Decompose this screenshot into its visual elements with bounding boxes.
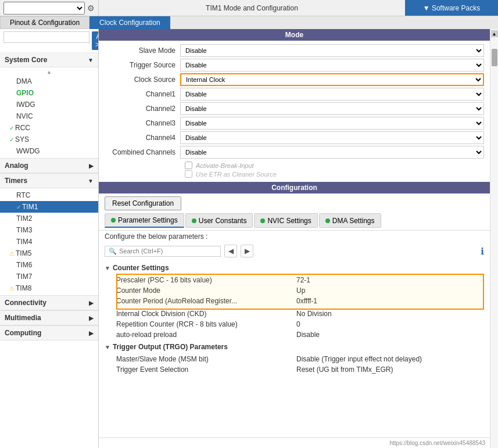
search-box[interactable]: 🔍 (105, 246, 221, 257)
search-input[interactable] (119, 248, 200, 255)
combined-channels-select[interactable]: Disable (180, 146, 484, 159)
channel3-select[interactable]: Disable (180, 117, 484, 130)
param-row-rcr: Repetition Counter (RCR - 8 bits value) … (116, 319, 484, 329)
sidebar-section-connectivity: Connectivity ▶ (0, 295, 98, 310)
check-icon-rcc: ✓ (9, 125, 14, 131)
sidebar-item-tim2[interactable]: TIM2 (0, 213, 98, 224)
chevron-down-icon: ▼ (88, 57, 94, 63)
param-row-ckd: Internal Clock Division (CKD) No Divisio… (116, 309, 484, 319)
sidebar-section-timers: Timers ▼ RTC ✓ TIM1 TIM2 TIM3 TIM4 (0, 173, 98, 295)
channel3-label: Channel3 (105, 119, 180, 127)
sidebar-item-nvic[interactable]: NVIC (0, 110, 98, 122)
config-section-header: Configuration (99, 182, 490, 193)
next-arrow[interactable]: ▶ (241, 245, 253, 257)
trigger-source-label: Trigger Source (105, 61, 180, 69)
chevron-right-icon-multimedia: ▶ (89, 315, 94, 321)
sidebar-search-input[interactable] (3, 31, 89, 43)
check-icon-tim1: ✓ (16, 204, 21, 210)
tab-parameter-settings[interactable]: Parameter Settings (105, 213, 184, 228)
sidebar-item-sys[interactable]: ✓ SYS (0, 134, 98, 145)
slave-mode-select[interactable]: Disable (180, 44, 484, 57)
sidebar-item-iwdg[interactable]: IWDG (0, 99, 98, 110)
sidebar-section-header-computing[interactable]: Computing ▶ (0, 325, 98, 341)
right-scrollbar[interactable]: ▲ (490, 29, 498, 448)
tab-user-constants[interactable]: User Constants (185, 213, 253, 228)
param-name-counter-period: Counter Period (AutoReload Register... (116, 297, 296, 305)
sidebar-section-header-analog[interactable]: Analog ▶ (0, 158, 98, 173)
sidebar-item-tim7[interactable]: TIM7 (0, 271, 98, 282)
sidebar-item-wwdg[interactable]: WWDG (0, 145, 98, 157)
config-section: Configuration Reset Configuration Parame… (99, 182, 490, 438)
chevron-right-icon-analog: ▶ (89, 163, 94, 169)
mode-section-header: Mode (99, 29, 490, 41)
trigger-output-title: Trigger Output (TRGO) Parameters (113, 343, 228, 351)
channel1-label: Channel1 (105, 90, 180, 98)
az-button[interactable]: A->Z (92, 31, 99, 50)
trigger-source-select[interactable]: Disable (180, 59, 484, 71)
channel4-label: Channel4 (105, 134, 180, 142)
reset-config-button[interactable]: Reset Configuration (105, 196, 181, 210)
param-name-autoreload: auto-reload preload (116, 331, 296, 339)
prev-arrow[interactable]: ◀ (224, 245, 237, 257)
tab-pinout[interactable]: Pinout & Configuration (0, 16, 89, 29)
sidebar-item-tim6[interactable]: TIM6 (0, 259, 98, 271)
content-area: Mode Slave Mode Disable Trigger Source D… (99, 29, 490, 448)
combined-channels-label: Combined Channels (105, 148, 180, 156)
tab-clock[interactable]: Clock Configuration (89, 16, 170, 29)
sidebar-dropdown[interactable] (3, 2, 85, 15)
configure-text: Configure the below parameters : (105, 232, 207, 241)
channel1-select[interactable]: Disable (180, 88, 484, 101)
sidebar-section-header-multimedia[interactable]: Multimedia ▶ (0, 310, 98, 325)
slave-mode-label: Slave Mode (105, 46, 180, 55)
counter-settings-title: Counter Settings (113, 264, 169, 272)
clock-source-label: Clock Source (105, 76, 180, 84)
param-value-msm: Disable (Trigger input effect not delaye… (296, 355, 422, 363)
sidebar-section-computing: Computing ▶ (0, 325, 98, 341)
channel2-select[interactable]: Disable (180, 102, 484, 115)
mode-section: Mode Slave Mode Disable Trigger Source D… (99, 29, 490, 182)
tab-nvic-settings[interactable]: NVIC Settings (254, 213, 317, 228)
trigger-output-toggle[interactable]: ▼ (105, 344, 110, 350)
use-etr-checkbox[interactable] (185, 170, 192, 178)
sidebar-item-tim1[interactable]: ✓ TIM1 (0, 201, 98, 213)
param-name-ckd: Internal Clock Division (CKD) (116, 310, 296, 318)
sidebar-section-system-core: System Core ▼ ▲ DMA GPIO IWDG NVIC ✓ (0, 53, 98, 158)
activate-break-checkbox[interactable] (185, 162, 192, 169)
sidebar-item-tim4[interactable]: TIM4 (0, 236, 98, 248)
sidebar-item-tim5[interactable]: ⚠ TIM5 (0, 248, 98, 259)
sidebar-scroll-up: ▲ (0, 69, 98, 76)
param-name-counter-mode: Counter Mode (116, 286, 296, 295)
software-packs-btn[interactable]: ▼ Software Packs (405, 0, 498, 16)
param-row-trigger-event: Trigger Event Selection Reset (UG bit fr… (116, 364, 484, 375)
sidebar-section-header-connectivity[interactable]: Connectivity ▶ (0, 295, 98, 310)
param-value-trigger-event: Reset (UG bit from TIMx_EGR) (296, 365, 393, 374)
param-name-rcr: Repetition Counter (RCR - 8 bits value) (116, 320, 296, 328)
sidebar-item-dma[interactable]: DMA (0, 76, 98, 87)
chevron-down-icon-timers: ▼ (88, 178, 94, 184)
sidebar-item-tim8[interactable]: ⚠ TIM8 (0, 282, 98, 294)
channel4-select[interactable]: Disable (180, 131, 484, 144)
tab-dma-settings[interactable]: DMA Settings (319, 213, 381, 228)
param-value-prescaler: 72-1 (296, 276, 310, 284)
counter-settings-toggle[interactable]: ▼ (105, 265, 110, 271)
sidebar-section-header-system-core[interactable]: System Core ▼ (0, 53, 98, 67)
sidebar-item-rtc[interactable]: RTC (0, 189, 98, 201)
chevron-right-icon-computing: ▶ (89, 330, 94, 336)
param-row-autoreload: auto-reload preload Disable (116, 329, 484, 340)
sidebar-item-tim3[interactable]: TIM3 (0, 224, 98, 236)
param-value-autoreload: Disable (296, 331, 320, 339)
param-name-prescaler: Prescaler (PSC - 16 bits value) (116, 276, 296, 284)
param-name-msm: Master/Slave Mode (MSM bit) (116, 355, 296, 363)
warning-icon-tim5: ⚠ (9, 250, 15, 257)
sidebar-section-analog: Analog ▶ (0, 158, 98, 173)
gear-icon[interactable]: ⚙ (87, 3, 95, 13)
param-value-ckd: No Division (296, 310, 332, 318)
sidebar-section-header-timers[interactable]: Timers ▼ (0, 173, 98, 188)
info-icon[interactable]: ℹ (481, 246, 484, 257)
sidebar-section-multimedia: Multimedia ▶ (0, 310, 98, 325)
sidebar-item-rcc[interactable]: ✓ RCC (0, 122, 98, 134)
sidebar-item-gpio[interactable]: GPIO (0, 87, 98, 99)
param-value-counter-mode: Up (296, 286, 305, 295)
clock-source-select[interactable]: Internal Clock (180, 73, 484, 86)
warning-icon-tim8: ⚠ (9, 285, 15, 292)
